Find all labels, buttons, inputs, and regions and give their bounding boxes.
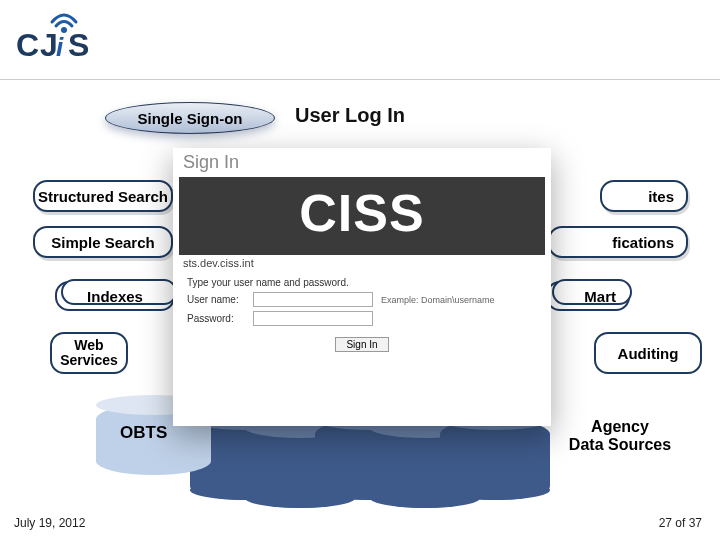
prompt-text: Type your user name and password. [173,275,551,290]
username-input[interactable] [253,292,373,307]
username-row: User name: Example: Domain\username [173,290,551,309]
password-label: Password: [187,313,253,324]
structured-search-label: Structured Search [38,188,168,205]
svg-text:i: i [56,32,64,62]
web-services-box: Web Services [50,332,128,374]
domain-text: sts.dev.ciss.int [173,255,551,275]
password-row: Password: [173,309,551,328]
simple-search-label: Simple Search [51,234,154,251]
auditing-label: Auditing [618,345,679,362]
indexes-label: Indexes [87,288,143,305]
sso-label: Single Sign-on [138,110,243,127]
password-input[interactable] [253,311,373,326]
user-log-in-label: User Log In [295,104,405,127]
web-services-label: Web Services [60,338,118,369]
footer-date: July 19, 2012 [14,516,85,530]
logo: C J i S [14,10,110,66]
indexes-box: Indexes [55,281,175,311]
modal-title-bar: CISS [179,177,545,255]
right-box-2-label: fications [612,234,674,251]
svg-text:S: S [68,27,89,63]
right-box-3-label: Mart [584,288,616,305]
signin-modal: Sign In CISS sts.dev.ciss.int Type your … [173,148,551,426]
single-sign-on-oval: Single Sign-on [105,102,275,134]
svg-text:C: C [16,27,39,63]
username-label: User name: [187,294,253,305]
right-box-3: Mart [546,281,630,311]
agency-data-sources-label: Agency Data Sources [550,418,690,455]
ciss-title: CISS [179,183,545,249]
header: C J i S [0,0,720,80]
right-box-1-label: ites [648,188,674,205]
simple-search-box: Simple Search [33,226,173,258]
auditing-box: Auditing [594,332,702,374]
username-example: Example: Domain\username [381,295,495,305]
right-box-2: fications [548,226,688,258]
right-box-1: ites [600,180,688,212]
signin-button[interactable]: Sign In [335,337,388,352]
structured-search-box: Structured Search [33,180,173,212]
footer-page: 27 of 37 [659,516,702,530]
signin-heading: Sign In [173,148,551,177]
obts-label: OBTS [120,423,167,443]
